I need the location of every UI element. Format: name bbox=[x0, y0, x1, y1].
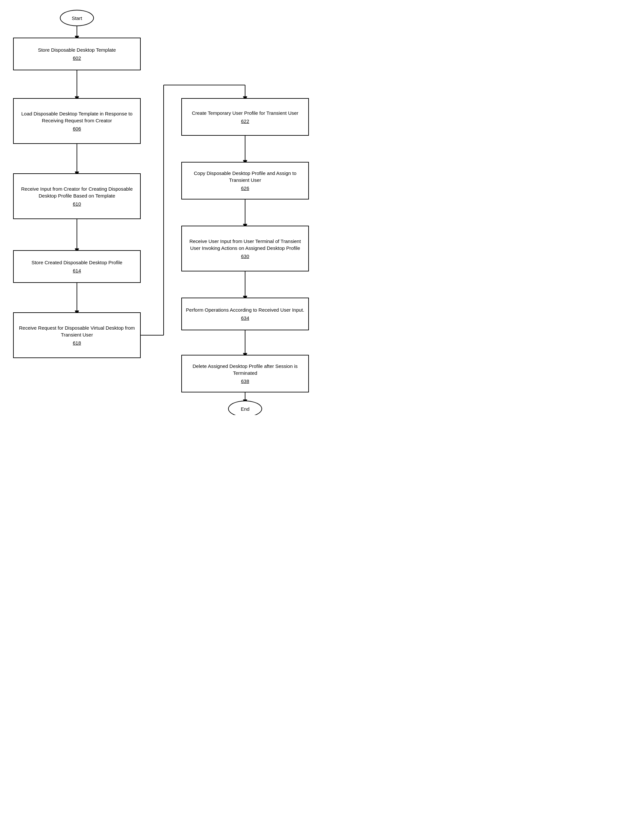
end-label: End bbox=[241, 406, 250, 412]
box-626-text: Copy Disposable Desktop Profile and Assi… bbox=[186, 170, 305, 184]
flowchart-diagram: Start Store Disposable Desktop Template … bbox=[6, 6, 316, 405]
box-602: Store Disposable Desktop Template 602 bbox=[13, 38, 141, 70]
start-oval: Start bbox=[60, 10, 94, 26]
box-630: Receive User Input from User Terminal of… bbox=[181, 226, 309, 271]
box-606-text: Load Disposable Desktop Template in Resp… bbox=[17, 110, 136, 124]
box-614-text: Store Created Disposable Desktop Profile bbox=[32, 259, 122, 266]
box-618: Receive Request for Disposable Virtual D… bbox=[13, 312, 141, 358]
box-618-ref: 618 bbox=[73, 339, 81, 346]
box-626: Copy Disposable Desktop Profile and Assi… bbox=[181, 162, 309, 200]
box-622-text: Create Temporary User Profile for Transi… bbox=[192, 109, 298, 116]
box-606-ref: 606 bbox=[73, 125, 81, 132]
box-622: Create Temporary User Profile for Transi… bbox=[181, 98, 309, 136]
box-634-text: Perform Operations According to Received… bbox=[186, 306, 305, 313]
box-602-text: Store Disposable Desktop Template bbox=[38, 46, 116, 53]
box-618-text: Receive Request for Disposable Virtual D… bbox=[17, 325, 136, 338]
box-610-ref: 610 bbox=[73, 200, 81, 208]
box-614: Store Created Disposable Desktop Profile… bbox=[13, 250, 141, 283]
box-614-ref: 614 bbox=[73, 267, 81, 274]
box-626-ref: 626 bbox=[241, 185, 249, 192]
start-label: Start bbox=[72, 15, 82, 21]
box-638-text: Delete Assigned Desktop Profile after Se… bbox=[186, 363, 305, 376]
box-638: Delete Assigned Desktop Profile after Se… bbox=[181, 355, 309, 393]
box-634: Perform Operations According to Received… bbox=[181, 298, 309, 330]
box-634-ref: 634 bbox=[241, 315, 249, 322]
end-oval: End bbox=[228, 401, 262, 415]
box-610: Receive Input from Creator for Creating … bbox=[13, 173, 141, 219]
box-606: Load Disposable Desktop Template in Resp… bbox=[13, 98, 141, 144]
box-630-ref: 630 bbox=[241, 253, 249, 260]
box-602-ref: 602 bbox=[73, 55, 81, 62]
box-638-ref: 638 bbox=[241, 378, 249, 385]
box-610-text: Receive Input from Creator for Creating … bbox=[17, 185, 136, 199]
box-630-text: Receive User Input from User Terminal of… bbox=[186, 238, 305, 252]
box-622-ref: 622 bbox=[241, 118, 249, 125]
